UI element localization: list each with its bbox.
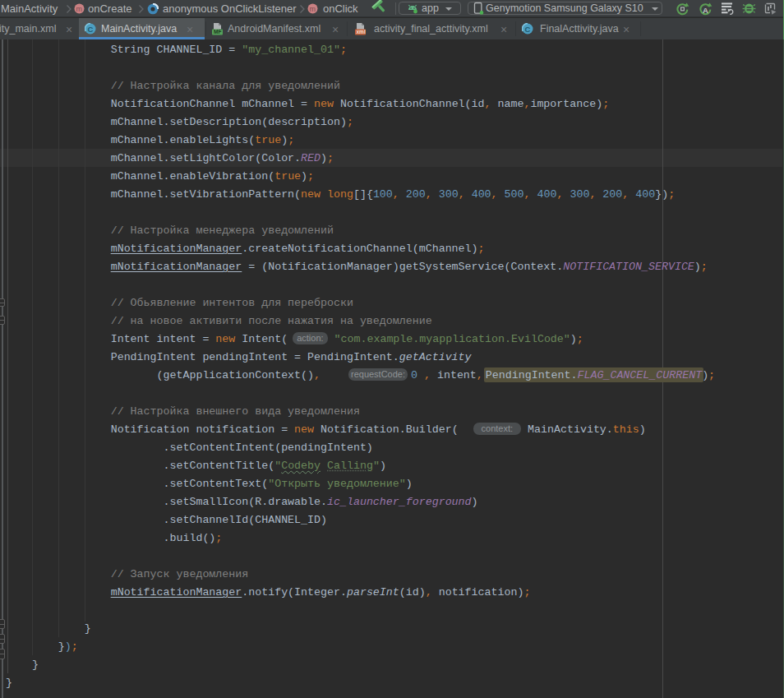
svg-text:C: C: [87, 25, 93, 34]
svg-text:MF: MF: [214, 29, 221, 35]
svg-text:C: C: [524, 25, 530, 34]
svg-text:m: m: [76, 5, 82, 13]
svg-text:m: m: [309, 5, 316, 13]
svg-text:xml: xml: [357, 29, 366, 35]
svg-text:A: A: [703, 6, 708, 15]
